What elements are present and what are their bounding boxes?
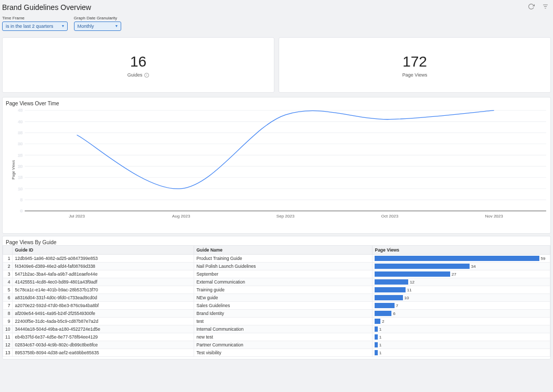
table-header-name[interactable]: Guide Name [194,246,373,255]
table-row[interactable]: 7a2070e22-592d-47d0-8be3-876c9a4ba8bfSal… [3,302,550,310]
filter-granularity-label: Graph Date Granularity [74,16,121,20]
row-guide-id: a8316d04-331f-4d0c-9fd0-c733ead9cd0d [13,294,194,302]
table-row[interactable]: 55c78ca1c-e14e-401b-b9ac-28b537b13f70Tra… [3,286,550,294]
bar-value: 1 [378,335,381,340]
row-guide-id: 8953758b-8094-4d38-aef2-ea69bbe85635 [13,349,194,357]
svg-text:40: 40 [18,119,23,124]
row-guide-id: 34440a18-504d-49ba-a180-4522724e1d5e [13,325,194,333]
table-row[interactable]: 11eb4b37fd-6e37-4d5e-8e77-578f94ee4129ne… [3,333,550,341]
row-page-views-bar: 6 [373,310,550,318]
kpi-views-value: 172 [402,53,427,70]
row-guide-name: Product Training Guide [194,255,373,263]
table-row[interactable]: 35471b2ac-3ba4-4afa-a9b7-ad81eaefe44eSep… [3,270,550,278]
row-page-views-bar: 1 [373,333,550,341]
bar-value: 12 [408,280,414,285]
row-guide-name: NEw guide [194,294,373,302]
table-row[interactable]: 8af209e54-9491-4a95-b24f-2f25549300feBra… [3,310,550,318]
bar-value: 34 [470,264,476,269]
table-panel-title: Page Views By Guide [3,236,550,245]
svg-text:35: 35 [18,130,23,135]
table-row[interactable]: 2f43409e6-d389-46e2-afd4-faf08769d338Nai… [3,263,550,270]
row-guide-name: test [194,318,373,325]
bar-fill [375,295,402,300]
filter-timeframe-value: is in the last 2 quarters [6,24,54,29]
filter-timeframe-select[interactable]: is in the last 2 quarters ▾ [2,21,68,31]
svg-text:Nov 2023: Nov 2023 [485,214,503,219]
filters-row: Time Frame is in the last 2 quarters ▾ G… [0,16,553,35]
bar-fill [375,319,380,324]
row-page-views-bar: 10 [373,294,550,302]
row-index: 6 [3,294,13,302]
bar-value: 6 [391,311,395,316]
row-page-views-bar: 1 [373,325,550,333]
row-index: 11 [3,333,13,341]
page-views-over-time-panel: Page Views Over Time Page Views 05101520… [2,97,551,234]
info-icon[interactable]: i [144,73,149,78]
filter-granularity-value: Monthly [78,24,94,29]
row-index: 10 [3,325,13,333]
row-guide-id: eb4b37fd-6e37-4d5e-8e77-578f94ee4129 [13,333,194,341]
row-page-views-bar: 1 [373,349,550,357]
table-header-index [3,246,13,255]
page-header: Brand Guidelines Overview [0,0,553,16]
table-header-views[interactable]: Page Views [373,246,550,255]
kpi-views-label: Page Views [402,72,427,78]
row-guide-name: September [194,270,373,278]
row-index: 5 [3,286,13,294]
svg-text:5: 5 [20,198,23,202]
row-page-views-bar: 7 [373,302,550,310]
page-title: Brand Guidelines Overview [2,3,91,12]
row-guide-name: External Communication [194,278,373,286]
svg-text:10: 10 [18,187,23,191]
row-guide-id: 41425551-4cd8-4ec0-bd89-4801a43f9adf [13,278,194,286]
bar-fill [375,256,539,261]
bar-value: 7 [395,303,398,308]
svg-text:20: 20 [18,164,23,169]
row-guide-name: Brand Identity [194,310,373,318]
bar-fill [375,303,394,308]
bar-value: 1 [378,351,381,355]
filter-timeframe-group: Time Frame is in the last 2 quarters ▾ [2,16,68,31]
line-chart-plot: 051015202530354045Jul 2023Aug 2023Sep 20… [15,108,548,220]
svg-text:15: 15 [18,176,23,180]
filter-icon[interactable] [542,3,549,10]
table-row[interactable]: 922400f5e-31dc-4ada-b5c9-cd87b87e7a2dtes… [3,318,550,325]
svg-text:Sep 2023: Sep 2023 [276,214,294,219]
table-header-row: Guide ID Guide Name Page Views [3,246,550,255]
table-row[interactable]: 138953758b-8094-4d38-aef2-ea69bbe85635Te… [3,349,550,357]
row-guide-id: af209e54-9491-4a95-b24f-2f25549300fe [13,310,194,318]
row-guide-name: new test [194,333,373,341]
bar-fill [375,287,405,292]
table-row[interactable]: 1034440a18-504d-49ba-a180-4522724e1d5eIn… [3,325,550,333]
svg-text:25: 25 [18,153,23,158]
table-row[interactable]: 6a8316d04-331f-4d0c-9fd0-c733ead9cd0dNEw… [3,294,550,302]
svg-text:30: 30 [18,142,23,147]
filter-granularity-group: Graph Date Granularity Monthly ▾ [74,16,121,31]
bar-fill [375,279,408,285]
bar-fill [375,271,450,277]
row-guide-name: Test visibility [194,349,373,357]
bar-value: 2 [380,319,384,324]
row-guide-id: 02834c67-003d-4c9b-802c-db99c8be8fce [13,341,194,349]
table-row[interactable]: 441425551-4cd8-4ec0-bd89-4801a43f9adfExt… [3,278,550,286]
bar-value: 27 [450,272,456,277]
refresh-icon[interactable] [528,3,535,10]
table-header-id[interactable]: Guide ID [13,246,194,255]
table-row[interactable]: 112db945-1a96-4082-ad25-a0847399e853Prod… [3,255,550,263]
row-guide-name: Nail Polish Launch Guidelines [194,263,373,270]
row-guide-id: f43409e6-d389-46e2-afd4-faf08769d338 [13,263,194,270]
line-chart-ylabel: Page Views [12,160,15,180]
svg-text:0: 0 [20,209,23,214]
line-chart-title: Page Views Over Time [3,97,550,106]
svg-text:Aug 2023: Aug 2023 [172,214,190,219]
row-page-views-bar: 27 [373,270,550,278]
row-guide-id: 5471b2ac-3ba4-4afa-a9b7-ad81eaefe44e [13,270,194,278]
row-page-views-bar: 2 [373,318,550,325]
bar-value: 11 [406,288,412,292]
row-guide-name: Training guide [194,286,373,294]
row-page-views-bar: 1 [373,341,550,349]
filter-granularity-select[interactable]: Monthly ▾ [74,21,121,31]
row-index: 4 [3,278,13,286]
table-row[interactable]: 1202834c67-003d-4c9b-802c-db99c8be8fcePa… [3,341,550,349]
row-guide-id: a2070e22-592d-47d0-8be3-876c9a4ba8bf [13,302,194,310]
